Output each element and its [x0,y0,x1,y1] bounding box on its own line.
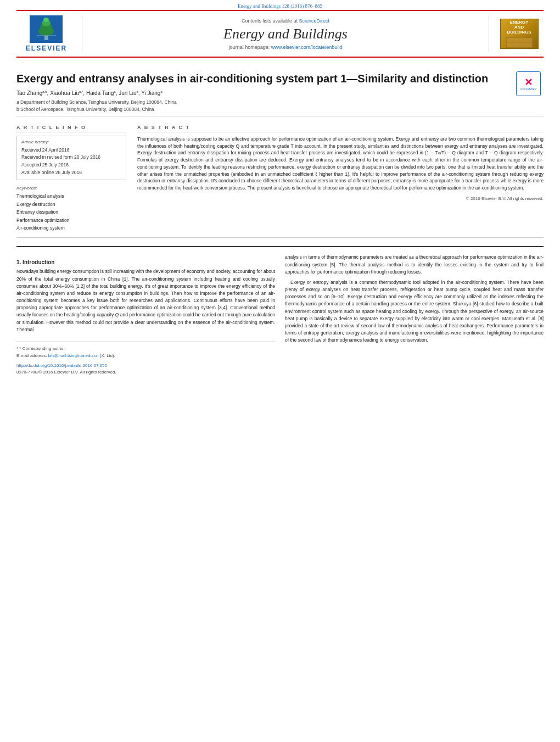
author-liu: Xiaohua Liua,* [50,90,83,96]
intro-para3-right: Exergy or entropy analysis is a common t… [285,279,544,344]
intro-para2-right: analysis in terms of thermodynamic param… [285,254,544,276]
article-main-title: Exergy and entransy analyses in air-cond… [16,71,544,86]
svg-point-5 [43,18,49,22]
crossmark-badge: ✕ CrossMark [516,71,541,96]
page-wrapper: Energy and Buildings 128 (2016) 876–885 [0,0,560,742]
received-date: Received 24 April 2016 [21,147,121,154]
keyword-3: Entransy dissipation [16,208,126,216]
eb-logo-section: ENERGY AND BUILDINGS [489,15,544,52]
article-info-box: Article history: Received 24 April 2016 … [16,136,126,180]
eb-logo-line3: BUILDINGS [507,30,531,35]
journal-citation: Energy and Buildings 128 (2016) 876–885 [238,3,322,9]
body-right-column: analysis in terms of thermodynamic param… [285,254,544,376]
keyword-1: Thermological analysis [16,192,126,200]
keyword-5: Air-conditioning system [16,224,126,232]
authors-line: Tao Zhanga,b, Xiaohua Liua,*, Haida Tang… [16,90,544,96]
elsevier-tree-icon [30,15,63,43]
article-history-title: Article history: [21,140,121,144]
author-jun: Jun Liua [119,90,138,96]
author-zhang: Tao Zhanga,b [16,90,47,96]
crossmark-label: CrossMark [520,87,536,91]
sciencedirect-link[interactable]: ScienceDirect [299,18,330,24]
star-icon: * [16,346,18,351]
heating-text: heating [215,276,230,282]
eb-logo-box: ENERGY AND BUILDINGS [500,19,539,49]
elsevier-logo-section: ELSEVIER [16,15,82,52]
revised-date: Received in revised form 20 July 2016 [21,154,121,161]
contents-line: Contents lists available at ScienceDirec… [242,18,329,24]
homepage-line: journal homepage: www.elsevier.com/locat… [229,44,343,50]
elsevier-wordmark: ELSEVIER [26,44,67,52]
corresponding-author-note: * * Corresponding author. [16,345,275,353]
journal-center-header: Contents lists available at ScienceDirec… [82,15,489,52]
crossmark-x-icon: ✕ [524,77,533,87]
keyword-2: Exergy destruction [16,200,126,208]
article-title-section: Exergy and entransy analyses in air-cond… [16,66,544,116]
eb-logo-image-placeholder [506,37,533,48]
main-content: Exergy and entransy analyses in air-cond… [16,58,544,376]
affiliation-a: a Department of Building Science, Tsingh… [16,99,544,106]
article-info-column: A R T I C L E I N F O Article history: R… [16,125,126,232]
keywords-section: Keywords: Thermological analysis Exergy … [16,186,126,232]
abstract-copyright: © 2016 Elsevier B.V. All rights reserved… [137,196,544,201]
available-date: Available online 26 July 2016 [21,169,121,177]
author-tang: Haida Tanga [86,90,116,96]
homepage-link[interactable]: www.elsevier.com/locate/enbuild [271,44,343,50]
accepted-date: Accepted 25 July 2016 [21,161,121,169]
affiliation-b: b School of Aerospace, Tsinghua Universi… [16,106,544,113]
copyright-footnote: 0378-7788/© 2016 Elsevier B.V. All right… [16,369,275,376]
doi-section: http://dx.doi.org/10.1016/j.enbuild.2016… [16,363,275,368]
footnote-section: * * Corresponding author. E-mail address… [16,342,275,376]
article-info-abstract-section: A R T I C L E I N F O Article history: R… [16,125,544,238]
article-info-label: A R T I C L E I N F O [16,125,126,132]
abstract-text: Thermological analysis is supposed to be… [137,136,544,192]
body-left-column: 1. Introduction Nowadays building energy… [16,254,275,376]
eb-logo-line2: AND [514,25,524,30]
email-line: E-mail address: lxh@mail.tsinghua.edu.cn… [16,353,275,360]
affiliations: a Department of Building Science, Tsingh… [16,99,544,113]
journal-header: ELSEVIER Contents lists available at Sci… [16,10,544,58]
body-content: 1. Introduction Nowadays building energy… [16,246,544,376]
keyword-4: Performance optimization [16,216,126,224]
keywords-title: Keywords: [16,186,126,191]
doi-link[interactable]: http://dx.doi.org/10.1016/j.enbuild.2016… [16,363,107,368]
author-jiang: Yi Jianga [141,90,163,96]
journal-title-header: Energy and Buildings [223,26,348,42]
email-link[interactable]: lxh@mail.tsinghua.edu.cn [48,353,100,358]
eb-logo-line1: ENERGY [510,20,529,25]
journal-top-bar: Energy and Buildings 128 (2016) 876–885 [0,0,560,10]
intro-para1: Nowadays building energy consumption is … [16,268,275,333]
elsevier-logo: ELSEVIER [26,15,67,52]
abstract-column: A B S T R A C T Thermological analysis i… [137,125,544,232]
abstract-label: A B S T R A C T [137,125,544,132]
section1-heading: 1. Introduction [16,259,275,265]
